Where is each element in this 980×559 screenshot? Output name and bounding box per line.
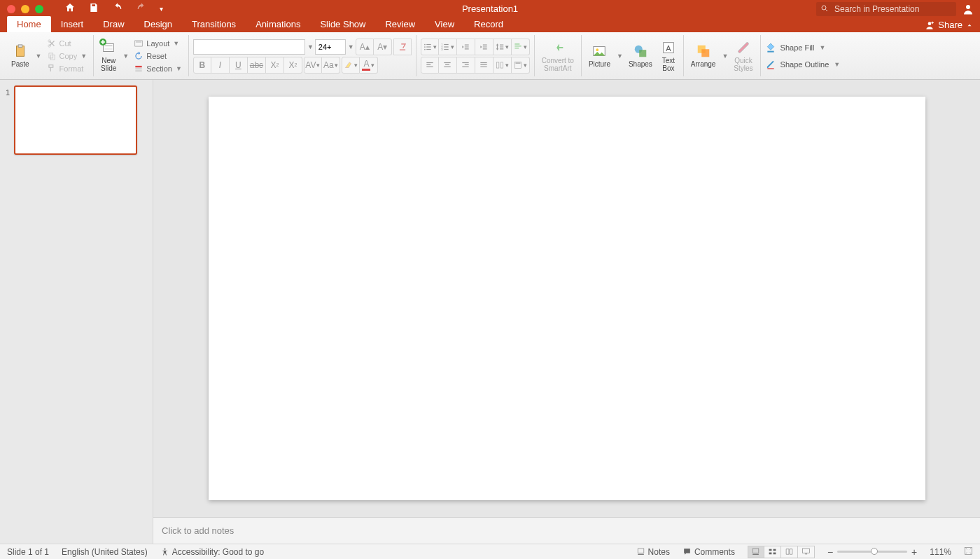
align-text-button[interactable]: ▾ <box>512 57 530 74</box>
save-icon[interactable] <box>88 2 99 16</box>
language-indicator[interactable]: English (United States) <box>62 547 148 557</box>
slide-sorter-view-button[interactable] <box>764 546 781 558</box>
svg-rect-41 <box>463 66 469 67</box>
cut-button[interactable]: Cut <box>45 38 90 49</box>
tab-design[interactable]: Design <box>134 16 182 32</box>
zoom-out-button[interactable]: − <box>827 546 833 558</box>
arrange-group: Arrange ▼ Quick Styles <box>684 35 761 76</box>
tab-animations[interactable]: Animations <box>246 16 310 32</box>
slideshow-view-button[interactable] <box>798 546 815 558</box>
font-size-select[interactable] <box>315 39 346 55</box>
shape-outline-button[interactable]: Shape Outline▼ <box>765 59 841 70</box>
arrange-button[interactable]: Arrange <box>688 42 719 69</box>
notes-placeholder: Click to add notes <box>162 525 234 536</box>
tab-draw[interactable]: Draw <box>93 16 134 32</box>
decrease-indent-button[interactable] <box>457 39 475 55</box>
char-spacing-button[interactable]: AV▾ <box>304 57 322 74</box>
strikethrough-button[interactable]: abc <box>248 57 266 74</box>
svg-rect-36 <box>444 62 451 62</box>
tab-view[interactable]: View <box>425 16 464 32</box>
zoom-track[interactable] <box>837 551 907 553</box>
tab-slideshow[interactable]: Slide Show <box>310 16 375 32</box>
decrease-font-button[interactable]: A▾ <box>374 39 392 55</box>
increase-font-button[interactable]: A▴ <box>356 39 374 55</box>
paste-button[interactable]: Paste <box>8 42 32 69</box>
section-button[interactable]: Section▼ <box>132 63 184 74</box>
text-direction-button[interactable]: ▾ <box>512 39 530 55</box>
work-area: 1 Click to add notes <box>0 80 980 544</box>
shapes-button[interactable]: Shapes <box>626 42 655 69</box>
columns-button[interactable]: ▾ <box>493 57 512 74</box>
font-family-select[interactable] <box>193 39 305 55</box>
account-icon[interactable] <box>962 3 974 15</box>
search-icon <box>816 2 956 16</box>
clear-formatting-button[interactable] <box>393 39 412 55</box>
font-color-button[interactable]: A▾ <box>360 57 378 74</box>
tab-record[interactable]: Record <box>464 16 513 32</box>
tab-review[interactable]: Review <box>375 16 425 32</box>
tab-transitions[interactable]: Transitions <box>182 16 246 32</box>
new-slide-button[interactable]: New Slide <box>98 39 119 74</box>
redo-icon[interactable] <box>136 2 147 16</box>
italic-button[interactable]: I <box>211 57 230 74</box>
layout-button[interactable]: Layout▼ <box>132 38 184 49</box>
reading-view-button[interactable] <box>781 546 798 558</box>
align-left-button[interactable] <box>421 57 439 74</box>
svg-rect-56 <box>701 49 709 57</box>
fit-to-window-button[interactable] <box>964 546 973 558</box>
notes-pane[interactable]: Click to add notes <box>153 517 980 544</box>
change-case-button[interactable]: Aa▾ <box>322 57 340 74</box>
svg-point-0 <box>822 6 826 10</box>
home-icon[interactable] <box>64 2 76 16</box>
search-input[interactable] <box>816 2 956 16</box>
slide-canvas[interactable] <box>209 97 925 500</box>
justify-button[interactable] <box>475 57 493 74</box>
zoom-in-button[interactable]: + <box>911 546 917 558</box>
svg-rect-8 <box>50 55 55 60</box>
underline-button[interactable]: U <box>230 57 248 74</box>
picture-button[interactable]: Picture <box>586 42 613 69</box>
new-slide-dropdown[interactable]: ▼ <box>122 53 129 60</box>
svg-rect-33 <box>426 62 433 62</box>
close-window-button[interactable] <box>7 5 15 13</box>
convert-smartart-button[interactable]: Convert to SmartArt <box>539 39 577 74</box>
fullscreen-window-button[interactable] <box>35 5 43 13</box>
numbering-button[interactable]: 123▾ <box>439 39 457 55</box>
slide-canvas-area[interactable] <box>153 80 980 517</box>
bullets-button[interactable]: ▾ <box>421 39 439 55</box>
comments-toggle[interactable]: Comments <box>682 547 735 557</box>
svg-rect-37 <box>445 64 449 64</box>
superscript-button[interactable]: X2 <box>266 57 284 74</box>
undo-icon[interactable] <box>112 2 123 16</box>
qat-customize-icon[interactable]: ▾ <box>160 5 163 13</box>
align-right-button[interactable] <box>457 57 475 74</box>
svg-rect-68 <box>803 548 810 553</box>
format-painter-button[interactable]: Format <box>45 63 90 74</box>
bold-button[interactable]: B <box>193 57 211 74</box>
shape-format-group: Shape Fill▼ Shape Outline▼ <box>761 35 845 76</box>
collapse-ribbon-icon[interactable] <box>966 22 973 29</box>
accessibility-checker[interactable]: Accessibility: Good to go <box>160 547 264 557</box>
shape-fill-button[interactable]: Shape Fill▼ <box>765 42 826 53</box>
zoom-knob[interactable] <box>871 548 878 555</box>
tab-insert[interactable]: Insert <box>51 16 94 32</box>
notes-toggle[interactable]: Notes <box>636 547 670 557</box>
normal-view-button[interactable] <box>748 546 764 558</box>
copy-button[interactable]: Copy▼ <box>45 50 90 62</box>
share-button[interactable]: Share <box>925 20 973 32</box>
zoom-level[interactable]: 111% <box>930 547 951 557</box>
line-spacing-button[interactable]: ▾ <box>493 39 512 55</box>
text-box-button[interactable]: A Text Box <box>658 39 679 74</box>
highlight-button[interactable]: ▾ <box>342 57 360 74</box>
align-center-button[interactable] <box>439 57 457 74</box>
increase-indent-button[interactable] <box>475 39 493 55</box>
slide-thumbnail-1[interactable] <box>14 85 137 155</box>
svg-rect-16 <box>136 68 142 69</box>
quick-styles-button[interactable]: Quick Styles <box>731 39 755 74</box>
svg-rect-17 <box>136 70 142 71</box>
paste-dropdown[interactable]: ▼ <box>36 53 42 60</box>
tab-home[interactable]: Home <box>7 16 51 32</box>
subscript-button[interactable]: X2 <box>284 57 302 74</box>
minimize-window-button[interactable] <box>21 5 29 13</box>
reset-button[interactable]: Reset <box>132 50 184 62</box>
